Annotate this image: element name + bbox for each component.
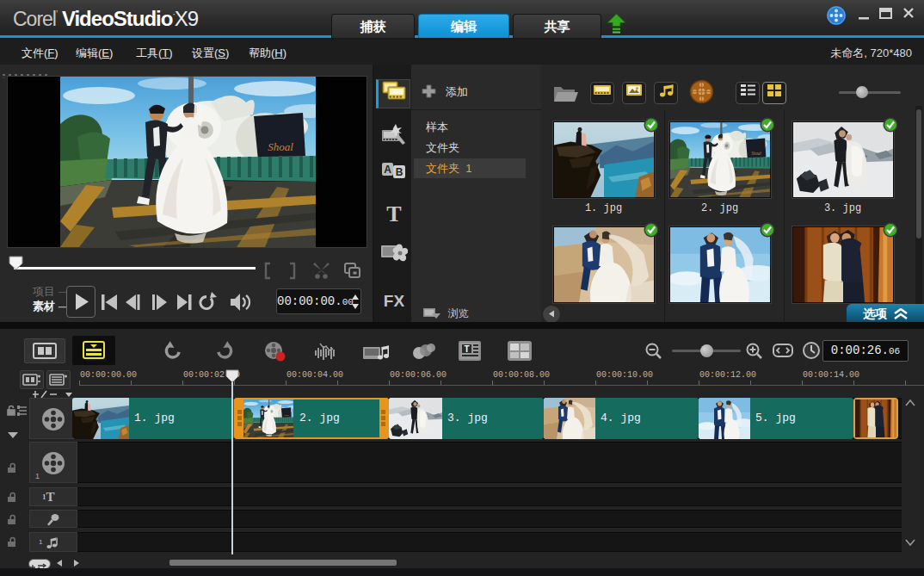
svg-text:FX: FX: [384, 292, 405, 310]
svg-text:A: A: [384, 164, 391, 176]
svg-text:T: T: [386, 202, 401, 225]
svg-text:T: T: [464, 344, 469, 354]
svg-text:B: B: [396, 166, 403, 178]
